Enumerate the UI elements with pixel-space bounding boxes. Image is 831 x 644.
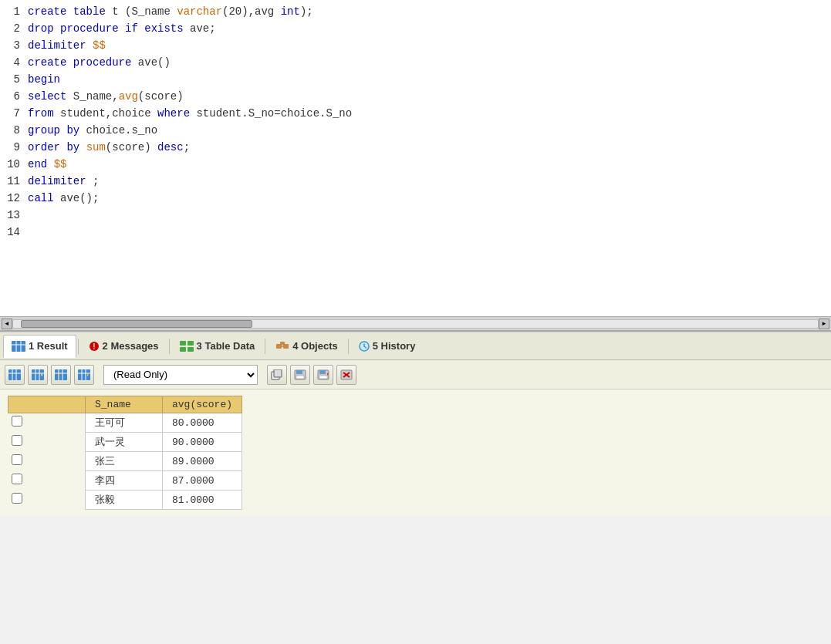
tab-separator bbox=[78, 339, 79, 354]
svg-rect-38 bbox=[296, 370, 302, 374]
import-button[interactable] bbox=[51, 365, 71, 385]
svg-rect-36 bbox=[274, 369, 282, 377]
row-checkbox[interactable] bbox=[12, 493, 22, 504]
svg-rect-13 bbox=[280, 342, 285, 345]
results-area: S_name avg(score) 王可可80.0000武一灵90.0000张三… bbox=[0, 389, 831, 516]
row-checkbox[interactable] bbox=[12, 474, 22, 484]
row-checkbox-cell bbox=[8, 452, 86, 471]
row-checkbox[interactable] bbox=[12, 416, 22, 427]
code-line: 4 create procedure ave() bbox=[0, 54, 831, 71]
refresh-button[interactable] bbox=[28, 365, 48, 385]
delete-icon bbox=[340, 369, 353, 380]
table-cell: 87.0000 bbox=[163, 471, 242, 491]
code-line: 11 delimiter ; bbox=[0, 173, 831, 190]
col-header-avgscore: avg(score) bbox=[163, 396, 242, 413]
tab-tabledata[interactable]: 3 Table Data bbox=[171, 335, 264, 358]
objects-icon bbox=[275, 341, 289, 352]
svg-rect-6 bbox=[180, 341, 186, 346]
tabledata-icon bbox=[180, 341, 194, 352]
wrap-button[interactable] bbox=[74, 365, 94, 385]
col-header-sname: S_name bbox=[86, 396, 163, 413]
tab-separator bbox=[265, 339, 265, 354]
history-icon bbox=[359, 341, 370, 352]
row-checkbox-cell bbox=[8, 491, 86, 510]
checkbox-header bbox=[8, 396, 86, 413]
code-line: 3 delimiter $$ bbox=[0, 37, 831, 54]
code-line: 7 from student,choice where student.S_no… bbox=[0, 105, 831, 122]
table-cell: 张三 bbox=[86, 452, 163, 471]
svg-rect-9 bbox=[187, 347, 194, 352]
results-toolbar: (Read Only) Editable bbox=[0, 360, 831, 389]
tab-messages[interactable]: ! 2 Messages bbox=[80, 335, 167, 358]
edit-mode-dropdown[interactable]: (Read Only) Editable bbox=[103, 365, 258, 385]
table-icon bbox=[12, 341, 25, 352]
table-row: 武一灵90.0000 bbox=[8, 433, 242, 452]
code-line: 14 bbox=[0, 224, 831, 241]
table-cell: 武一灵 bbox=[86, 433, 163, 452]
scroll-right-button[interactable]: ► bbox=[819, 319, 829, 329]
refresh-icon bbox=[32, 369, 44, 380]
code-line: 2 drop procedure if exists ave; bbox=[0, 20, 831, 37]
table-cell: 81.0000 bbox=[163, 491, 242, 510]
tab-objects-label: 4 Objects bbox=[292, 340, 338, 352]
table-cell: 张毅 bbox=[86, 491, 163, 510]
tab-separator bbox=[169, 339, 170, 354]
error-icon: ! bbox=[89, 341, 100, 352]
scroll-left-button[interactable]: ◄ bbox=[2, 319, 12, 329]
import-icon bbox=[55, 369, 67, 380]
code-line: 1 create table t (S_name varchar(20),avg… bbox=[0, 3, 831, 20]
table-row: 张毅81.0000 bbox=[8, 491, 242, 510]
save-button[interactable] bbox=[290, 365, 310, 385]
svg-rect-0 bbox=[12, 341, 25, 352]
export-button[interactable] bbox=[5, 365, 25, 385]
results-table: S_name avg(score) 王可可80.0000武一灵90.0000张三… bbox=[8, 396, 242, 510]
row-checkbox-cell bbox=[8, 433, 86, 452]
svg-rect-16 bbox=[8, 369, 21, 380]
table-row: 张三89.0000 bbox=[8, 452, 242, 471]
tab-result-label: 1 Result bbox=[29, 340, 68, 352]
tab-history[interactable]: 5 History bbox=[350, 335, 424, 358]
tab-result[interactable]: 1 Result bbox=[3, 335, 76, 358]
tab-separator bbox=[348, 339, 349, 354]
table-cell: 80.0000 bbox=[163, 413, 242, 433]
code-line: 13 bbox=[0, 207, 831, 224]
svg-rect-42 bbox=[319, 376, 327, 379]
bottom-panel: 1 Result ! 2 Messages 3 Table Data bbox=[0, 332, 831, 516]
code-lines: 1 create table t (S_name varchar(20),avg… bbox=[0, 0, 831, 244]
save-icon bbox=[294, 369, 306, 380]
row-checkbox-cell bbox=[8, 413, 86, 433]
code-line: 12 call ave(); bbox=[0, 190, 831, 207]
row-checkbox[interactable] bbox=[12, 454, 22, 465]
horizontal-scrollbar[interactable]: ◄ ► bbox=[0, 316, 831, 330]
copy-icon bbox=[271, 369, 283, 380]
table-row: 李四87.0000 bbox=[8, 471, 242, 491]
row-checkbox-cell bbox=[8, 471, 86, 491]
tab-history-label: 5 History bbox=[373, 340, 416, 352]
code-line: 6 select S_name,avg(score) bbox=[0, 88, 831, 105]
delete-button[interactable] bbox=[336, 365, 356, 385]
table-cell: 89.0000 bbox=[163, 452, 242, 471]
svg-rect-41 bbox=[319, 370, 326, 374]
tab-bar: 1 Result ! 2 Messages 3 Table Data bbox=[0, 332, 831, 360]
tab-objects[interactable]: 4 Objects bbox=[267, 335, 346, 358]
svg-rect-7 bbox=[187, 341, 194, 346]
table-row: 王可可80.0000 bbox=[8, 413, 242, 433]
copy-button[interactable] bbox=[267, 365, 287, 385]
svg-text:!: ! bbox=[93, 342, 95, 351]
scrollbar-thumb[interactable] bbox=[21, 320, 252, 328]
wrap-icon bbox=[78, 369, 90, 380]
export-icon bbox=[8, 369, 21, 380]
code-line: 8 group by choice.s_no bbox=[0, 122, 831, 139]
svg-rect-39 bbox=[296, 376, 304, 379]
export2-icon bbox=[317, 369, 329, 380]
tab-messages-label: 2 Messages bbox=[103, 340, 159, 352]
svg-rect-8 bbox=[180, 347, 186, 352]
code-line: 9 order by sum(score) desc; bbox=[0, 139, 831, 156]
tab-tabledata-label: 3 Table Data bbox=[197, 340, 255, 352]
row-checkbox[interactable] bbox=[12, 435, 22, 446]
code-editor[interactable]: 1 create table t (S_name varchar(20),avg… bbox=[0, 0, 831, 332]
export2-button[interactable] bbox=[313, 365, 333, 385]
svg-rect-25 bbox=[55, 369, 67, 380]
table-cell: 王可可 bbox=[86, 413, 163, 433]
scrollbar-track[interactable] bbox=[12, 319, 819, 329]
